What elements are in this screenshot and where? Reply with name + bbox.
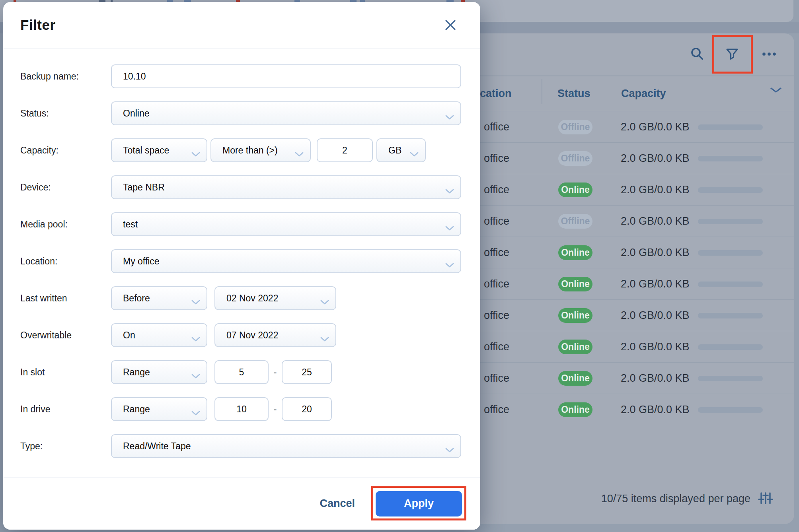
cell-location: office: [484, 215, 509, 227]
field-row-device: Device: Tape NBR: [20, 175, 480, 199]
column-header-location-truncated[interactable]: cation: [480, 87, 512, 100]
capacity-bar: [698, 313, 763, 318]
device-select[interactable]: Tape NBR: [111, 175, 461, 199]
capacity-metric-value: Total space: [123, 145, 169, 156]
chevron-down-icon: [191, 148, 200, 159]
in-slot-mode-select[interactable]: Range: [111, 360, 207, 384]
annotation-box-apply-button: [371, 486, 466, 520]
media-pool-select[interactable]: test: [111, 212, 461, 236]
location-select[interactable]: My office: [111, 249, 461, 273]
chevron-down-icon: [445, 185, 454, 196]
page-size-settings-icon[interactable]: [758, 491, 774, 507]
capacity-bar: [698, 344, 763, 350]
device-select-value: Tape NBR: [123, 182, 165, 193]
cell-capacity: 2.0 GB/0.0 KB: [621, 341, 690, 353]
cell-capacity: 2.0 GB/0.0 KB: [621, 152, 690, 165]
status-badge: Offline: [558, 151, 592, 166]
type-label: Type:: [20, 441, 111, 452]
capacity-bar: [698, 250, 763, 256]
in-slot-to-input[interactable]: [282, 360, 332, 384]
last-written-label: Last written: [20, 293, 111, 304]
capacity-unit-select[interactable]: GB: [376, 138, 426, 162]
type-select[interactable]: Read/Write Tape: [111, 434, 461, 458]
cell-location: office: [484, 309, 509, 322]
cell-location: office: [484, 278, 509, 290]
chevron-down-icon: [445, 222, 454, 233]
range-separator: -: [269, 367, 282, 378]
status-badge: Offline: [558, 120, 592, 134]
cell-capacity: 2.0 GB/0.0 KB: [621, 215, 690, 227]
capacity-bar: [698, 376, 763, 381]
backup-name-label: Backup name:: [20, 71, 111, 82]
field-row-status: Status: Online: [20, 101, 480, 125]
status-label: Status:: [20, 108, 111, 119]
capacity-metric-select[interactable]: Total space: [111, 138, 207, 162]
chevron-down-icon: [320, 333, 329, 344]
status-badge: Online: [558, 277, 592, 291]
status-badge: Online: [558, 340, 592, 354]
cell-capacity: 2.0 GB/0.0 KB: [621, 404, 690, 416]
status-select[interactable]: Online: [111, 101, 461, 125]
field-row-in-drive: In drive Range -: [20, 397, 480, 421]
cell-location: office: [484, 152, 509, 165]
chevron-down-icon: [445, 259, 454, 270]
range-separator: -: [269, 404, 282, 415]
in-drive-mode-select[interactable]: Range: [111, 397, 207, 421]
overwritable-condition-select[interactable]: On: [111, 323, 207, 347]
close-icon[interactable]: [444, 18, 457, 32]
chevron-down-icon: [191, 407, 200, 418]
cell-location: office: [484, 247, 509, 259]
cell-location: office: [484, 121, 509, 133]
cancel-button[interactable]: Cancel: [320, 497, 355, 510]
cell-location: office: [484, 404, 509, 416]
status-badge: Online: [558, 245, 592, 260]
filter-dialog: Filter Backup name: Status: Online: [3, 2, 480, 530]
annotation-box-filter-icon: [712, 35, 753, 74]
chevron-down-icon[interactable]: [770, 87, 781, 95]
backup-name-input[interactable]: [111, 64, 461, 88]
field-row-last-written: Last written Before 02 Nov 2022: [20, 286, 480, 310]
capacity-bar: [698, 156, 763, 161]
cell-location: office: [484, 372, 509, 384]
capacity-bar: [698, 124, 763, 130]
capacity-bar: [698, 187, 763, 193]
cell-capacity: 2.0 GB/0.0 KB: [621, 372, 690, 384]
capacity-bar: [698, 282, 763, 287]
last-written-date-select[interactable]: 02 Nov 2022: [214, 286, 336, 310]
dialog-body: Backup name: Status: Online Capacity: To…: [3, 49, 480, 458]
capacity-operator-value: More than (>): [222, 145, 278, 156]
in-slot-label: In slot: [20, 367, 111, 378]
field-row-overwritable: Overwritable On 07 Nov 2022: [20, 323, 480, 347]
more-options-icon[interactable]: [760, 45, 778, 63]
type-select-value: Read/Write Tape: [123, 441, 191, 452]
chevron-down-icon: [191, 333, 200, 344]
column-header-capacity[interactable]: Capacity: [621, 87, 666, 100]
column-header-status[interactable]: Status: [557, 87, 590, 100]
cell-capacity: 2.0 GB/0.0 KB: [621, 278, 690, 290]
status-badge: Offline: [558, 214, 592, 229]
items-per-page-label: 10/75 items displayed per page: [601, 493, 750, 505]
capacity-unit-value: GB: [388, 145, 401, 156]
in-drive-to-input[interactable]: [282, 397, 332, 421]
chevron-down-icon: [295, 148, 304, 159]
capacity-value-input[interactable]: [317, 138, 373, 162]
search-icon[interactable]: [688, 45, 706, 63]
overwritable-date-value: 07 Nov 2022: [226, 330, 278, 341]
cell-capacity: 2.0 GB/0.0 KB: [621, 247, 690, 259]
media-pool-select-value: test: [123, 219, 138, 230]
in-slot-from-input[interactable]: [214, 360, 269, 384]
cell-capacity: 2.0 GB/0.0 KB: [621, 121, 690, 133]
capacity-label: Capacity:: [20, 145, 111, 156]
status-badge: Online: [558, 402, 592, 417]
cell-location: office: [484, 184, 509, 196]
last-written-condition-select[interactable]: Before: [111, 286, 207, 310]
overwritable-date-select[interactable]: 07 Nov 2022: [214, 323, 336, 347]
capacity-operator-select[interactable]: More than (>): [210, 138, 311, 162]
status-select-value: Online: [123, 108, 149, 119]
location-select-value: My office: [123, 256, 160, 267]
column-divider: [542, 79, 542, 104]
pagination: 10/75 items displayed per page: [601, 491, 774, 507]
cell-capacity: 2.0 GB/0.0 KB: [621, 309, 690, 322]
chevron-down-icon: [445, 444, 454, 455]
in-drive-from-input[interactable]: [214, 397, 269, 421]
